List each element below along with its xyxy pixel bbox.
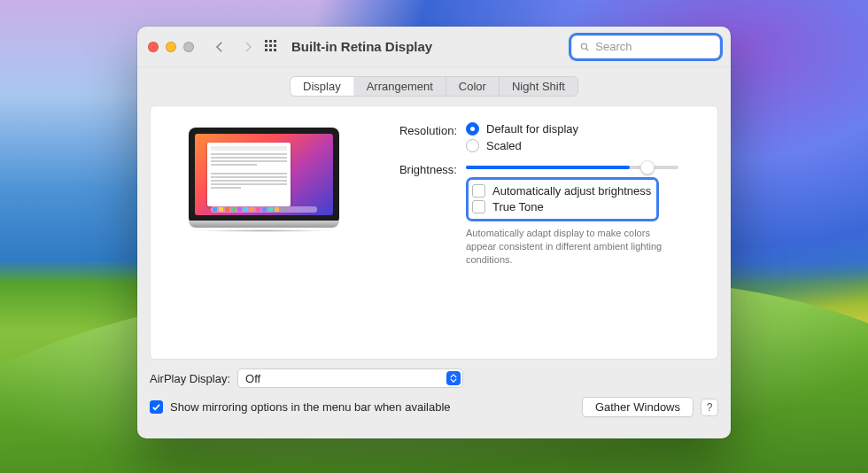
true-tone-checkbox[interactable]: True Tone [472, 200, 651, 213]
airplay-display-select[interactable]: Off [237, 368, 463, 388]
radio-icon [466, 139, 479, 152]
help-button[interactable]: ? [701, 399, 718, 416]
traffic-lights [148, 42, 194, 52]
window-footer: AirPlay Display: Off Show mirroring opti… [137, 360, 731, 438]
svg-rect-8 [274, 49, 276, 51]
airplay-label: AirPlay Display: [150, 372, 230, 385]
window-toolbar: Built-in Retina Display [137, 27, 731, 67]
auto-brightness-checkbox[interactable]: Automatically adjust brightness [472, 184, 651, 198]
resolution-label: Resolution: [377, 122, 466, 137]
radio-label: Default for display [486, 122, 578, 136]
svg-line-10 [586, 48, 589, 50]
check-icon [151, 402, 161, 412]
radio-icon [466, 122, 479, 136]
display-settings-pane: Resolution: Default for display Scaled B… [150, 105, 718, 360]
tab-night-shift[interactable]: Night Shift [500, 77, 577, 96]
brightness-label: Brightness: [377, 161, 466, 176]
tabs-row: Display Arrangement Color Night Shift [137, 67, 731, 97]
checkbox-label: Automatically adjust brightness [492, 184, 651, 198]
gather-windows-button[interactable]: Gather Windows [582, 397, 694, 417]
tab-color[interactable]: Color [446, 77, 500, 96]
select-value: Off [245, 372, 260, 385]
display-preview [167, 122, 361, 343]
highlighted-checkboxes: Automatically adjust brightness True Ton… [466, 177, 659, 221]
svg-point-9 [581, 43, 586, 49]
mirroring-checkbox[interactable] [150, 400, 163, 414]
resolution-default-radio[interactable]: Default for display [466, 122, 701, 136]
svg-rect-5 [274, 44, 276, 47]
brightness-slider[interactable] [466, 161, 701, 174]
zoom-window-button[interactable] [183, 42, 194, 52]
search-icon [579, 41, 590, 53]
display-preferences-window: Built-in Retina Display Display Arrangem… [137, 27, 731, 438]
tab-arrangement[interactable]: Arrangement [354, 77, 446, 96]
show-all-preferences-button[interactable] [265, 40, 279, 54]
svg-rect-7 [269, 49, 272, 51]
select-stepper-icon [446, 371, 461, 385]
back-button[interactable] [212, 39, 228, 55]
forward-button[interactable] [240, 39, 256, 55]
nav-buttons [212, 39, 256, 55]
minimize-window-button[interactable] [166, 42, 176, 52]
tab-segmented-control: Display Arrangement Color Night Shift [290, 76, 578, 97]
svg-rect-4 [269, 44, 272, 47]
tab-display[interactable]: Display [291, 77, 354, 96]
settings-column: Resolution: Default for display Scaled B… [377, 122, 701, 343]
svg-rect-1 [269, 40, 272, 43]
radio-label: Scaled [486, 139, 522, 152]
laptop-icon [189, 128, 339, 232]
checkbox-label: True Tone [492, 200, 544, 213]
checkbox-icon [472, 184, 485, 198]
search-field[interactable] [571, 35, 720, 58]
mirroring-label: Show mirroring options in the menu bar w… [170, 400, 451, 414]
close-window-button[interactable] [148, 42, 159, 52]
window-title: Built-in Retina Display [291, 39, 432, 54]
slider-thumb[interactable] [640, 160, 655, 174]
true-tone-help-text: Automatically adapt display to make colo… [466, 227, 678, 267]
checkbox-icon [472, 200, 485, 213]
svg-rect-0 [265, 40, 267, 43]
search-input[interactable] [595, 40, 712, 53]
resolution-scaled-radio[interactable]: Scaled [466, 139, 701, 152]
svg-rect-6 [265, 49, 267, 51]
svg-rect-2 [274, 40, 276, 43]
svg-rect-3 [265, 44, 267, 47]
